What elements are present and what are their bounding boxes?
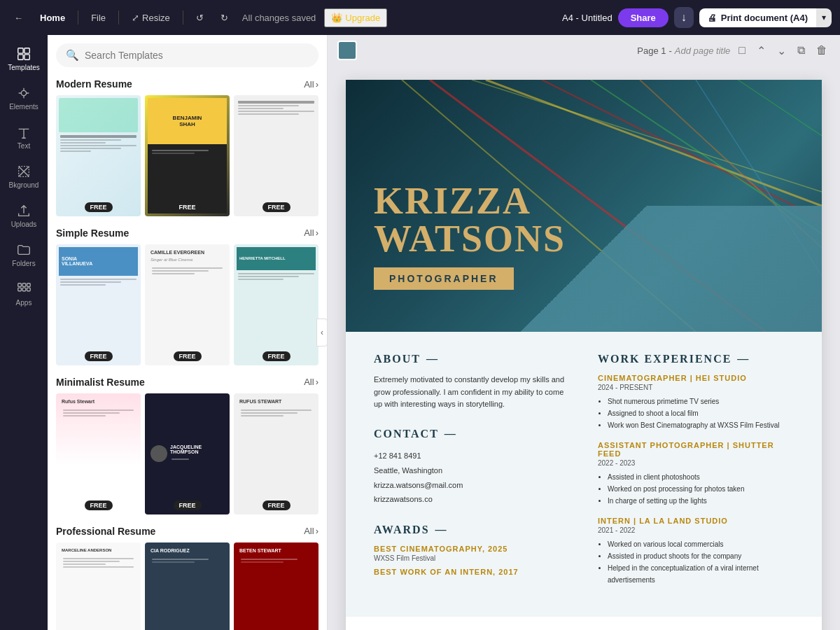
category-title-minimalist: Minimalist Resume <box>56 377 145 388</box>
list-item: Worked on various local commercials <box>608 538 794 550</box>
phone: +12 841 8491 <box>374 449 570 463</box>
delete-page-button[interactable]: 🗑 <box>813 41 830 59</box>
job1-dates: 2024 - PRESENT <box>598 384 794 391</box>
redo-button[interactable]: ↻ <box>215 10 234 26</box>
canvas-scroll[interactable]: KRIZZA WATSONS PHOTOGRAPHER ABOUT Extrem… <box>328 66 840 630</box>
resume-body: ABOUT Extremely motivated to constantly … <box>346 332 822 617</box>
awards-heading: AWARDS <box>374 524 570 536</box>
duplicate-page-button[interactable]: ⧉ <box>794 41 808 59</box>
sidebar-item-folders[interactable]: Folders <box>3 237 45 273</box>
template-card[interactable]: HENRIETTA MITCHELL FREE <box>234 244 318 365</box>
sidebar-item-elements[interactable]: Elements <box>3 80 45 116</box>
back-button[interactable]: ← <box>8 10 29 26</box>
page-title-placeholder[interactable]: Add page title <box>675 46 731 56</box>
svg-point-4 <box>21 90 26 95</box>
template-card[interactable]: CAMILLE EVERGREEN Singer at Blue Cinema … <box>145 244 230 365</box>
template-card[interactable]: MARCELINE ANDERSON FREE <box>56 542 141 630</box>
category-all-modern[interactable]: All › <box>304 79 318 90</box>
template-preview: BENJAMINSHAH <box>145 95 230 216</box>
canvas-area: Page 1 - Add page title □ ⌃ ⌄ ⧉ 🗑 <box>328 35 840 630</box>
email: krizza.watsons@mail.com <box>374 478 570 493</box>
svg-rect-3 <box>24 55 29 59</box>
category-header-minimalist: Minimalist Resume All › <box>56 377 318 388</box>
list-item: In charge of setting up the lights <box>608 495 794 507</box>
template-preview: HENRIETTA MITCHELL <box>234 244 318 365</box>
svg-line-14 <box>472 80 822 192</box>
templates-panel: 🔍 Modern Resume All › FREE <box>48 35 328 630</box>
print-button[interactable]: 🖨 Print document (A4) <box>699 8 816 27</box>
comment-button[interactable]: □ <box>736 41 748 59</box>
sidebar-item-templates[interactable]: Templates <box>3 41 45 77</box>
template-preview: SONIAVILLANUEVA <box>56 244 141 365</box>
about-heading: ABOUT <box>374 353 570 365</box>
print-dropdown-button[interactable]: ▾ <box>816 8 832 27</box>
resize-button[interactable]: ⤢ Resize <box>126 10 176 26</box>
sidebar-item-apps[interactable]: Apps <box>3 276 45 312</box>
job2-title: ASSISTANT PHOTOGRAPHER | SHUTTER FEED <box>598 441 794 458</box>
template-card[interactable]: RUFUS STEWART FREE <box>234 393 318 514</box>
search-input[interactable] <box>85 50 309 61</box>
free-badge: FREE <box>173 351 201 361</box>
template-card[interactable]: SONIAVILLANUEVA FREE <box>56 244 141 365</box>
page-title-area: Page 1 - Add page title <box>637 46 730 56</box>
search-bar-wrap: 🔍 <box>48 35 327 73</box>
page-down-button[interactable]: ⌄ <box>774 41 789 60</box>
job2-dates: 2022 - 2023 <box>598 459 794 467</box>
template-card[interactable]: FREE <box>234 95 318 216</box>
list-item: Assisted in product shoots for the compa… <box>608 550 794 562</box>
list-item: Work won Best Cinematography at WXSS Fil… <box>608 419 794 431</box>
undo-button[interactable]: ↺ <box>190 10 209 26</box>
template-card[interactable]: BETEN STEWART FREE <box>234 542 318 630</box>
template-preview: MARCELINE ANDERSON <box>56 542 141 630</box>
svg-rect-0 <box>18 48 23 53</box>
job1: CINEMATOGRAPHER | HEI STUDIO 2024 - PRES… <box>598 374 794 431</box>
template-card[interactable]: FREE <box>56 95 141 216</box>
template-preview: CAMILLE EVERGREEN Singer at Blue Cinema <box>145 244 230 365</box>
page-color-swatch[interactable] <box>337 41 357 60</box>
search-icon: 🔍 <box>66 49 79 62</box>
about-section: ABOUT Extremely motivated to constantly … <box>374 353 570 411</box>
crown-icon: 👑 <box>331 13 342 23</box>
template-preview: BETEN STEWART <box>234 542 318 630</box>
category-title-modern: Modern Resume <box>56 78 132 90</box>
job3-dates: 2021 - 2022 <box>598 526 794 534</box>
print-btn-group: 🖨 Print document (A4) ▾ <box>699 8 832 27</box>
svg-rect-6 <box>22 284 26 287</box>
download-button[interactable]: ↓ <box>674 7 694 28</box>
list-item: Assisted in client photoshoots <box>608 471 794 483</box>
resume-header: KRIZZA WATSONS PHOTOGRAPHER <box>346 80 822 332</box>
svg-rect-1 <box>24 48 29 53</box>
award1-title: BEST CINEMATOGRAPHY, 2025 <box>374 545 570 553</box>
sidebar-item-text[interactable]: Text <box>3 119 45 155</box>
page-label: Page 1 <box>637 46 666 56</box>
svg-rect-5 <box>18 284 22 287</box>
template-preview <box>56 95 141 216</box>
category-all-professional[interactable]: All › <box>304 526 318 536</box>
page-up-button[interactable]: ⌃ <box>754 41 769 60</box>
template-preview <box>234 95 318 216</box>
hide-panel-button[interactable]: ‹ <box>316 318 328 346</box>
sidebar-item-background[interactable]: Bkground <box>3 158 45 195</box>
template-card[interactable]: Rufus Stewart FREE <box>56 393 141 514</box>
template-card[interactable]: JACQUELINETHOMPSON FREE <box>145 393 230 514</box>
free-badge: FREE <box>262 202 290 212</box>
award1-sub: WXSS Film Festival <box>374 554 570 562</box>
document: KRIZZA WATSONS PHOTOGRAPHER ABOUT Extrem… <box>346 80 822 630</box>
category-all-simple[interactable]: All › <box>304 227 318 238</box>
free-badge: FREE <box>262 351 290 361</box>
sidebar-item-uploads[interactable]: Uploads <box>3 197 45 234</box>
job2-bullets: Assisted in client photoshoots Worked on… <box>598 471 794 507</box>
home-button[interactable]: Home <box>34 10 71 26</box>
file-button[interactable]: File <box>85 10 111 26</box>
share-button[interactable]: Share <box>618 8 668 27</box>
category-all-minimalist[interactable]: All › <box>304 377 318 387</box>
template-card[interactable]: CIA RODRIGUEZ FREE <box>145 542 230 630</box>
svg-line-12 <box>542 80 822 220</box>
about-text: Extremely motivated to constantly develo… <box>374 374 570 411</box>
list-item: Assigned to shoot a local film <box>608 407 794 419</box>
work-heading: WORK EXPERIENCE <box>598 353 794 365</box>
template-card[interactable]: BENJAMINSHAH FREE <box>145 95 230 216</box>
upgrade-button[interactable]: 👑 Upgrade <box>324 8 387 27</box>
category-header-simple: Simple Resume All › <box>56 227 318 239</box>
svg-rect-10 <box>27 288 31 291</box>
